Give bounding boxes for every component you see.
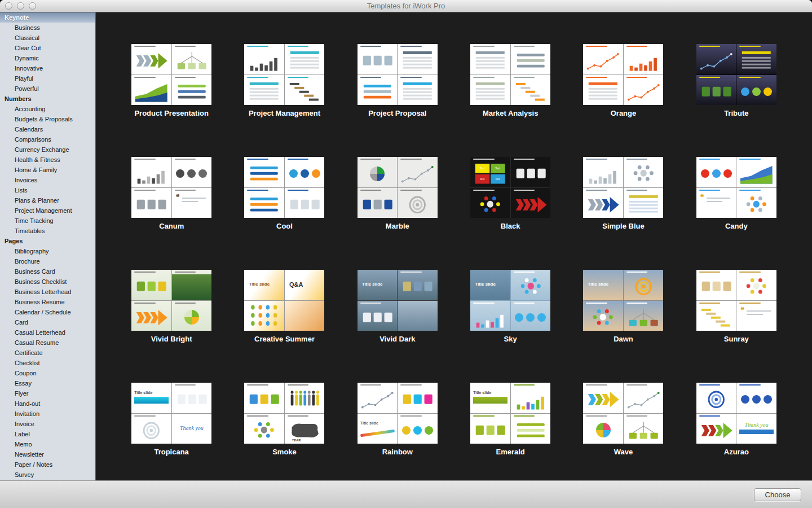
template-card-project-proposal[interactable]: Project Proposal	[358, 44, 438, 157]
sidebar-item-invitation[interactable]: Invitation	[0, 409, 95, 419]
sidebar-item-dynamic[interactable]: Dynamic	[0, 53, 95, 63]
sidebar-item-invoice[interactable]: Invoice	[0, 419, 95, 429]
template-name-label: Candy	[696, 222, 776, 230]
sidebar-item-business-checklist[interactable]: Business Checklist	[0, 277, 95, 287]
sidebar-item-budgets-proposals[interactable]: Budgets & Proposals	[0, 114, 95, 124]
template-grid: Product PresentationProject ManagementPr…	[96, 12, 812, 480]
sidebar-item-home-family[interactable]: Home & Family	[0, 165, 95, 175]
sidebar-item-bibliography[interactable]: Bibliography	[0, 246, 95, 256]
sidebar-item-calendars[interactable]: Calendars	[0, 124, 95, 134]
template-card-tropicana[interactable]: Title slideThank youTropicana	[131, 383, 211, 480]
minimize-button[interactable]	[17, 2, 24, 10]
thumbnail-slide	[470, 44, 510, 75]
template-name-label: Emerald	[470, 448, 550, 456]
sidebar-item-classical[interactable]: Classical	[0, 33, 95, 43]
sidebar-item-project-management[interactable]: Project Management	[0, 205, 95, 216]
thumbnail-slide	[511, 188, 551, 218]
sidebar-item-checklist[interactable]: Checklist	[0, 358, 95, 368]
template-thumbnail	[244, 157, 324, 218]
thumbnail-slide	[736, 383, 776, 413]
close-button[interactable]	[5, 2, 12, 10]
sidebar-item-hand-out[interactable]: Hand-out	[0, 398, 95, 409]
template-card-simple-blue[interactable]: Simple Blue	[583, 157, 663, 270]
sidebar-item-card[interactable]: Card	[0, 317, 95, 327]
template-card-emerald[interactable]: Title slideEmerald	[470, 383, 550, 480]
template-card-wave[interactable]: Wave	[583, 383, 663, 480]
template-card-product-presentation[interactable]: Product Presentation	[131, 44, 211, 157]
template-card-sky[interactable]: Title slideSky	[470, 270, 550, 383]
sidebar-section-keynote[interactable]: Keynote	[0, 12, 95, 23]
sidebar-item-currency-exchange[interactable]: Currency Exchange	[0, 144, 95, 155]
template-card-marble[interactable]: Marble	[358, 157, 438, 270]
template-card-orange[interactable]: Orange	[583, 44, 663, 157]
template-card-market-analysis[interactable]: Market Analysis	[470, 44, 550, 157]
template-card-creative-summer[interactable]: Title slideQ&ACreative Summer	[244, 270, 324, 383]
sidebar-item-accounting[interactable]: Accounting	[0, 104, 95, 114]
thumbnail-slide	[285, 157, 325, 187]
sidebar-item-lists[interactable]: Lists	[0, 185, 95, 195]
sidebar-item-label[interactable]: Label	[0, 429, 95, 439]
sidebar-item-newsletter[interactable]: Newsletter	[0, 449, 95, 459]
thumbnail-slide	[131, 414, 171, 444]
thumbnail-slide	[583, 414, 623, 444]
template-card-vivid-dark[interactable]: Title slideVivid Dark	[358, 270, 438, 383]
thumbnail-slide: Thank you	[172, 414, 212, 444]
template-card-vivid-bright[interactable]: Vivid Bright	[131, 270, 211, 383]
thumbnail-slide	[172, 301, 212, 331]
template-name-label: Creative Summer	[244, 335, 324, 343]
sidebar-item-casual-letterhead[interactable]: Casual Letterhead	[0, 327, 95, 338]
thumbnail-slide	[131, 188, 171, 218]
sidebar-item-playful[interactable]: Playful	[0, 73, 95, 84]
sidebar-item-casual-resume[interactable]: Casual Resume	[0, 338, 95, 348]
thumbnail-slide	[583, 157, 623, 187]
sidebar-item-invoices[interactable]: Invoices	[0, 175, 95, 185]
template-card-candy[interactable]: ❝Candy	[696, 157, 776, 270]
template-card-azurao[interactable]: Thank youAzurao	[696, 383, 776, 480]
thumbnail-slide	[583, 44, 623, 75]
sidebar-item-business-card[interactable]: Business Card	[0, 266, 95, 277]
sidebar-item-calendar-schedule[interactable]: Calendar / Schedule	[0, 307, 95, 317]
thumbnail-slide	[696, 383, 736, 413]
thumbnail-slide: TextTextTextText	[470, 157, 510, 187]
sidebar-item-innovative[interactable]: Innovative	[0, 63, 95, 73]
thumbnail-slide	[511, 75, 551, 106]
template-card-tribute[interactable]: Tribute	[696, 44, 776, 157]
sidebar-section-numbers[interactable]: Numbers	[0, 94, 95, 104]
template-thumbnail: Title slide	[470, 270, 550, 331]
sidebar-item-comparisons[interactable]: Comparisons	[0, 134, 95, 144]
sidebar-item-memo[interactable]: Memo	[0, 439, 95, 449]
sidebar-item-plans-planner[interactable]: Plans & Planner	[0, 195, 95, 205]
choose-button[interactable]: Choose	[754, 488, 801, 501]
sidebar-item-certificate[interactable]: Certificate	[0, 348, 95, 358]
template-card-sunray[interactable]: ❝Sunray	[696, 270, 776, 383]
sidebar-item-business[interactable]: Business	[0, 23, 95, 33]
sidebar-item-timetables[interactable]: Timetables	[0, 226, 95, 236]
thumbnail-slide: ❝	[696, 188, 736, 218]
sidebar-item-powerful[interactable]: Powerful	[0, 84, 95, 94]
thumbnail-slide	[736, 75, 776, 106]
sidebar-item-business-letterhead[interactable]: Business Letterhead	[0, 287, 95, 297]
sidebar-section-pages[interactable]: Pages	[0, 236, 95, 246]
sidebar-item-paper-notes[interactable]: Paper / Notes	[0, 459, 95, 470]
thumbnail-slide: ❝	[736, 301, 776, 331]
sidebar-item-time-tracking[interactable]: Time Tracking	[0, 216, 95, 226]
thumbnail-slide	[244, 44, 284, 75]
template-card-dawn[interactable]: Title slideDawn	[583, 270, 663, 383]
thumbnail-slide	[398, 270, 438, 300]
template-card-project-management[interactable]: Project Management	[244, 44, 324, 157]
sidebar-item-flyer[interactable]: Flyer	[0, 388, 95, 398]
zoom-button[interactable]	[29, 2, 36, 10]
sidebar-item-brochure[interactable]: Brochure	[0, 256, 95, 266]
sidebar-item-business-resume[interactable]: Business Resume	[0, 297, 95, 307]
template-card-cool[interactable]: Cool	[244, 157, 324, 270]
sidebar-item-clear-cut[interactable]: Clear Cut	[0, 43, 95, 53]
sidebar-item-essay[interactable]: Essay	[0, 378, 95, 388]
sidebar-item-health-fitness[interactable]: Health & Fitness	[0, 155, 95, 165]
template-name-label: Market Analysis	[470, 109, 550, 117]
template-card-canum[interactable]: ❝Canum	[131, 157, 211, 270]
sidebar-item-survey[interactable]: Survey	[0, 470, 95, 480]
template-card-smoke[interactable]: YEARSmoke	[244, 383, 324, 480]
template-card-black[interactable]: TextTextTextTextBlack	[470, 157, 550, 270]
template-card-rainbow[interactable]: Title slideRainbow	[358, 383, 438, 480]
sidebar-item-coupon[interactable]: Coupon	[0, 368, 95, 378]
